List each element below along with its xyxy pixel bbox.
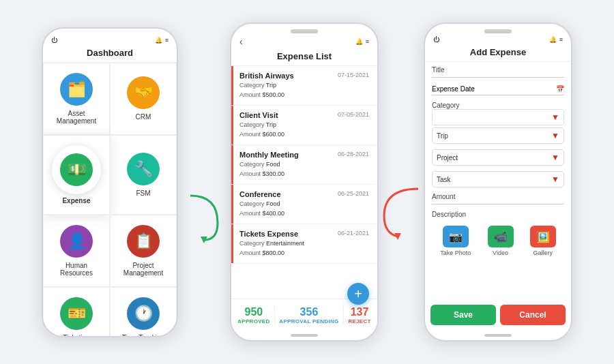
expense-label: Expense: [62, 197, 90, 204]
expense-item-2[interactable]: Monthly Meeting Category FoodAmount $300…: [231, 145, 377, 185]
grid-item-hr[interactable]: 👤 Human Resources: [43, 215, 110, 287]
amount-input[interactable]: [432, 200, 564, 204]
stat-pending-label: APPROVAL PENDING: [279, 318, 338, 324]
expense-list-header: Expense List: [231, 48, 377, 66]
tracking-icon: 🕐: [127, 297, 160, 330]
hr-label: Human Resources: [49, 262, 104, 277]
expense-name-4: Tickets Expense: [239, 230, 304, 238]
date-input[interactable]: Expense Date 📅: [432, 84, 564, 95]
task-dropdown[interactable]: Task ▼: [432, 171, 564, 187]
category-dropdown[interactable]: ▼: [432, 109, 564, 125]
field-title: Title: [432, 66, 564, 80]
menu-icon-3[interactable]: ≡: [559, 36, 563, 43]
stat-pending: 356 APPROVAL PENDING: [279, 306, 338, 324]
grid-item-expense[interactable]: 💵 Expense: [43, 135, 110, 215]
stat-reject-label: REJECT: [348, 318, 370, 324]
home-indicator-2: [291, 334, 318, 337]
expense-left-0: British Airways Category TripAmount $500…: [239, 72, 294, 100]
grid-item-tracking[interactable]: 🕐 Time Tracking: [110, 287, 177, 337]
expense-meta-2: Category FoodAmount $300.00: [239, 160, 299, 179]
expense-meta-1: Category TripAmount $600.00: [239, 121, 284, 139]
video-label: Video: [493, 249, 508, 256]
status-bar-3: ⏻ 🔔 ≡: [425, 33, 571, 44]
gallery-icon: 🖼️: [530, 226, 556, 247]
phone-add-expense: ⏻ 🔔 ≡ Add Expense Title Expense Date 📅: [424, 22, 572, 342]
stat-reject: 137 REJECT: [348, 306, 370, 324]
fab-add-button[interactable]: +: [347, 283, 369, 305]
title-input[interactable]: [432, 74, 564, 78]
back-icon-2[interactable]: ‹: [239, 36, 243, 47]
expense-item-4[interactable]: Tickets Expense Category EntertainmentAm…: [231, 224, 377, 264]
expense-left-1: Client Visit Category TripAmount $600.00: [239, 111, 284, 139]
expense-name-3: Conference: [239, 190, 284, 198]
gallery-button[interactable]: 🖼️ Gallery: [530, 226, 556, 256]
expense-meta-4: Category EntertainmentAmount $800.00: [239, 239, 304, 258]
grid-item-pm[interactable]: 📋 Project Management: [110, 215, 177, 287]
project-arrow: ▼: [551, 153, 559, 162]
save-button[interactable]: Save: [430, 305, 496, 325]
bell-icon-1[interactable]: 🔔: [155, 37, 162, 44]
action-buttons: Save Cancel: [425, 301, 571, 331]
fsm-label: FSM: [136, 189, 150, 197]
field-description: Description: [432, 211, 564, 218]
dashboard-header: Dashboard: [43, 45, 177, 63]
expense-left-3: Conference Category FoodAmount $400.00: [239, 190, 284, 218]
field-amount: Amount: [432, 193, 564, 207]
asset-icon: 🗂️: [60, 73, 93, 106]
status-bar-1: ⏻ 🔔 ≡: [43, 34, 177, 45]
power-icon-3: ⏻: [433, 36, 439, 43]
expense-date-0: 07-15-2021: [338, 72, 369, 78]
stat-approved: 950 APPROVED: [237, 306, 269, 324]
camera-icon: 📷: [443, 226, 469, 247]
expense-name-0: British Airways: [239, 72, 294, 80]
media-buttons: 📷 Take Photo 📹 Video 🖼️ Gallery: [432, 226, 564, 256]
calendar-icon: 📅: [556, 85, 564, 93]
video-icon: 📹: [488, 226, 514, 247]
add-expense-title: Add Expense: [433, 47, 563, 57]
date-label: Expense Date: [432, 85, 475, 93]
hr-icon: 👤: [60, 225, 93, 258]
add-expense-form: Title Expense Date 📅 Category ▼ Trip: [425, 62, 571, 301]
category-selected[interactable]: Trip ▼: [432, 127, 564, 144]
add-expense-header: Add Expense: [425, 44, 571, 62]
crm-icon: 🤝: [127, 76, 160, 109]
phone-expense-list: ‹ 🔔 ≡ Expense List British Airways Categ…: [230, 22, 379, 342]
menu-icon-2[interactable]: ≡: [366, 38, 369, 45]
field-expense-date: Expense Date 📅: [432, 84, 564, 98]
expense-date-2: 06-28-2021: [338, 151, 369, 157]
bottom-bar-2: [231, 331, 377, 340]
grid-item-asset[interactable]: 🗂️ Asset Management: [43, 63, 110, 135]
task-arrow: ▼: [551, 175, 559, 184]
stat-reject-value: 137: [348, 306, 370, 318]
expense-date-3: 06-25-2021: [338, 190, 369, 197]
expense-date-4: 06-21-2021: [338, 230, 369, 237]
expense-item-0[interactable]: British Airways Category TripAmount $500…: [231, 66, 377, 106]
dashboard-title: Dashboard: [51, 48, 169, 58]
grid-item-crm[interactable]: 🤝 CRM: [110, 63, 177, 135]
stat-approved-label: APPROVED: [237, 318, 269, 324]
expense-item-3[interactable]: Conference Category FoodAmount $400.00 0…: [231, 185, 377, 224]
curved-arrow-1: [184, 189, 224, 243]
description-label: Description: [432, 211, 564, 218]
project-dropdown[interactable]: Project ▼: [432, 149, 564, 166]
category-trip-value: Trip: [437, 132, 448, 140]
expense-item-1[interactable]: Client Visit Category TripAmount $600.00…: [231, 106, 377, 145]
grid-item-ticketing[interactable]: 🎫 Ticketing: [43, 287, 110, 337]
expense-left-2: Monthly Meeting Category FoodAmount $300…: [239, 151, 299, 179]
expense-left-4: Tickets Expense Category EntertainmentAm…: [239, 230, 304, 258]
menu-icon-1[interactable]: ≡: [165, 37, 169, 44]
photo-label: Take Photo: [440, 249, 471, 256]
asset-label: Asset Management: [49, 110, 104, 125]
expense-meta-3: Category FoodAmount $400.00: [239, 200, 284, 218]
fsm-icon: 🔧: [127, 153, 160, 185]
video-button[interactable]: 📹 Video: [488, 226, 514, 256]
take-photo-button[interactable]: 📷 Take Photo: [440, 226, 471, 256]
expense-meta-0: Category TripAmount $500.00: [239, 81, 294, 100]
bell-icon-2[interactable]: 🔔: [355, 38, 363, 45]
grid-item-fsm[interactable]: 🔧 FSM: [110, 135, 177, 215]
bell-icon-3[interactable]: 🔔: [549, 36, 557, 43]
cancel-button[interactable]: Cancel: [500, 305, 566, 325]
expense-icon: 💵: [60, 153, 93, 186]
expense-list-scroll[interactable]: British Airways Category TripAmount $500…: [231, 66, 377, 299]
expense-date-1: 07-05-2021: [338, 111, 369, 118]
